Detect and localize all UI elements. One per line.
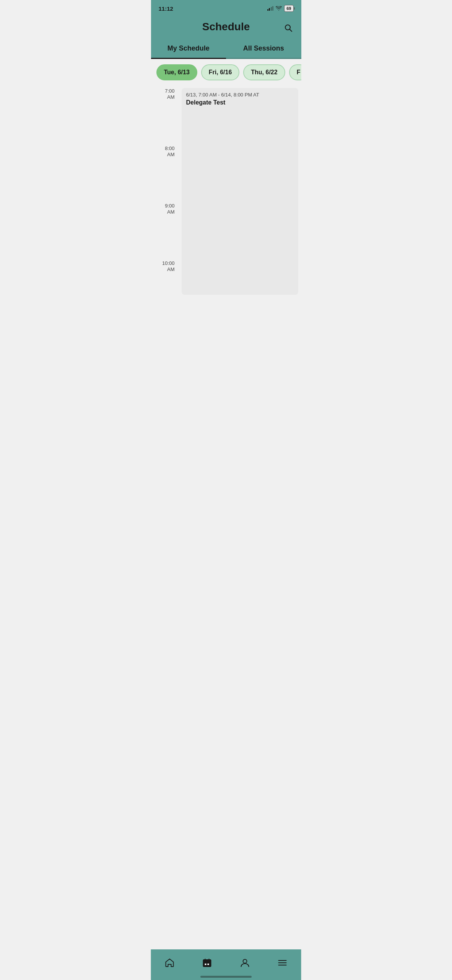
time-label-800am: 8:00AM [151,143,179,201]
time-label-1000am: 10:00AM [151,258,179,315]
date-pill-thu-622[interactable]: Thu, 6/22 [243,64,285,80]
event-time-range: 6/13, 7:00 AM - 6/14, 8:00 PM AT [186,92,294,98]
timeline: 7:00AM 8:00AM 9:00AM 10:00AM 6/13, 7:00 … [151,86,301,315]
svg-line-1 [289,29,292,32]
tab-all-sessions[interactable]: All Sessions [226,39,301,58]
signal-icon [267,6,274,11]
search-button[interactable] [283,23,294,33]
event-title: Delegate Test [186,99,294,106]
time-label-700am: 7:00AM [151,86,179,143]
status-bar: 11:12 69 [151,0,301,17]
date-pill-fri-616[interactable]: Fri, 6/16 [201,64,239,80]
wifi-icon [276,6,282,11]
time-labels: 7:00AM 8:00AM 9:00AM 10:00AM [151,86,179,315]
date-pills-row: Tue, 6/13 Fri, 6/16 Thu, 6/22 F [151,59,301,86]
status-time: 11:12 [159,5,173,12]
main-content: Tue, 6/13 Fri, 6/16 Thu, 6/22 F 7:00AM 8… [151,59,301,346]
battery-icon: 69 [284,5,293,12]
time-label-900am: 9:00AM [151,201,179,258]
search-icon [284,23,293,33]
event-column: 6/13, 7:00 AM - 6/14, 8:00 PM AT Delegat… [179,86,301,315]
tab-bar: My Schedule All Sessions [151,39,301,59]
event-card-delegate-test[interactable]: 6/13, 7:00 AM - 6/14, 8:00 PM AT Delegat… [182,88,298,295]
page-title: Schedule [202,21,250,33]
date-pill-more[interactable]: F [289,64,301,80]
status-icons: 69 [267,5,294,12]
tab-my-schedule[interactable]: My Schedule [151,39,226,58]
date-pill-tue-613[interactable]: Tue, 6/13 [156,64,197,80]
header: Schedule [151,17,301,39]
